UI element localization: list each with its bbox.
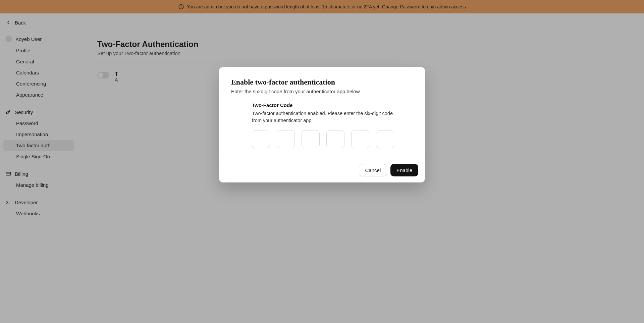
otp-digit-4[interactable] (326, 130, 344, 148)
cancel-button[interactable]: Cancel (359, 164, 387, 176)
two-factor-code-label: Two-Factor Code (252, 102, 399, 108)
otp-digit-3[interactable] (302, 130, 320, 148)
otp-digit-2[interactable] (277, 130, 295, 148)
otp-input-row (252, 130, 399, 148)
modal-overlay[interactable]: Enable two-factor authentication Enter t… (0, 0, 644, 323)
two-factor-code-description: Two-factor authentication enabled. Pleas… (252, 110, 399, 124)
enable-button[interactable]: Enable (390, 164, 418, 176)
otp-digit-1[interactable] (252, 130, 270, 148)
otp-digit-5[interactable] (351, 130, 369, 148)
modal-subtitle: Enter the six-digit code from your authe… (231, 89, 413, 94)
enable-2fa-modal: Enable two-factor authentication Enter t… (219, 67, 425, 182)
modal-title: Enable two-factor authentication (231, 78, 413, 87)
otp-digit-6[interactable] (376, 130, 394, 148)
